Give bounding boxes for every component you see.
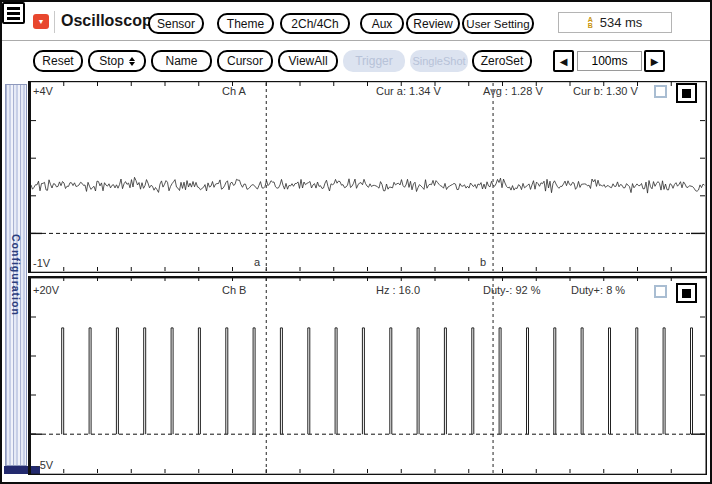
review-button[interactable]: Review: [406, 13, 460, 34]
reset-button[interactable]: Reset: [33, 50, 83, 72]
channel-b-frequency-readout: Hz : 16.0: [376, 284, 420, 296]
channel-b-name: Ch B: [222, 284, 246, 296]
cursor-button[interactable]: Cursor: [217, 50, 273, 72]
channel-a-top-scale: +4V: [33, 85, 53, 97]
name-button[interactable]: Name: [151, 50, 212, 72]
aux-button[interactable]: Aux: [360, 13, 404, 34]
filled-square-icon: [682, 89, 691, 98]
updown-spinner-icon: [129, 57, 135, 66]
channel-a-name: Ch A: [222, 85, 246, 97]
toolbar-divider: [2, 40, 710, 41]
sensor-button[interactable]: Sensor: [148, 13, 204, 34]
configuration-tab-label: Configuration: [10, 234, 22, 316]
left-arrow-icon: ◀: [560, 56, 568, 67]
right-arrow-icon: ▶: [651, 56, 659, 67]
ab-measure-icon: AB: [588, 17, 593, 29]
channel-a-avg-readout: Avg : 1.28 V: [483, 85, 543, 97]
channel-b-duty-pos-readout: Duty+: 8 %: [571, 284, 625, 296]
dropdown-arrow-icon: ▼: [38, 18, 45, 25]
channel-a-visibility-checkbox[interactable]: [654, 85, 667, 98]
timebase-display: 100ms: [577, 51, 642, 71]
elapsed-time-display: AB 534 ms: [558, 12, 672, 33]
channel-b-visibility-checkbox[interactable]: [654, 285, 667, 298]
app-menu-button[interactable]: ▼: [33, 14, 49, 29]
sidebar-tab-configuration[interactable]: Configuration: [5, 84, 27, 466]
filled-square-icon: [682, 289, 691, 298]
trigger-button-disabled: Trigger: [343, 50, 405, 72]
timebase-increase-button[interactable]: ▶: [644, 50, 665, 72]
stop-label: Stop: [99, 54, 124, 68]
channel-a-bottom-scale: -1V: [33, 257, 50, 269]
channel-a-plot[interactable]: [28, 81, 707, 273]
channel-a-display-button[interactable]: [676, 83, 697, 103]
channel-b-bottom-scale: -5V: [36, 459, 53, 471]
channel-b-display-button[interactable]: [676, 283, 697, 303]
theme-button[interactable]: Theme: [217, 13, 274, 34]
app-title: Oscilloscope: [61, 12, 161, 30]
timebase-decrease-button[interactable]: ◀: [553, 50, 574, 72]
channel-a-cursor-a-readout: Cur a: 1.34 V: [376, 85, 441, 97]
elapsed-time-value: 534 ms: [600, 15, 643, 30]
channel-b-plot[interactable]: [28, 276, 707, 475]
oscilloscope-window: ▼ Oscilloscope Sensor Theme 2Ch/4Ch Aux …: [0, 0, 712, 484]
cursor-b-label: b: [480, 256, 486, 268]
stop-dropdown-button[interactable]: Stop: [88, 50, 146, 72]
user-setting-button[interactable]: User Setting: [462, 13, 534, 34]
title-separator: [54, 11, 55, 33]
channel-a-cursor-b-readout: Cur b: 1.30 V: [573, 85, 638, 97]
zero-set-button[interactable]: ZeroSet: [472, 50, 532, 72]
single-shot-button-disabled: SingleShot: [410, 50, 468, 72]
hamburger-menu-button[interactable]: [2, 2, 25, 24]
channel-b-duty-neg-readout: Duty-: 92 %: [483, 284, 540, 296]
cursor-a-label: a: [254, 256, 260, 268]
channel-mode-button[interactable]: 2Ch/4Ch: [280, 13, 350, 34]
view-all-button[interactable]: ViewAll: [278, 50, 338, 72]
channel-b-top-scale: +20V: [33, 284, 59, 296]
